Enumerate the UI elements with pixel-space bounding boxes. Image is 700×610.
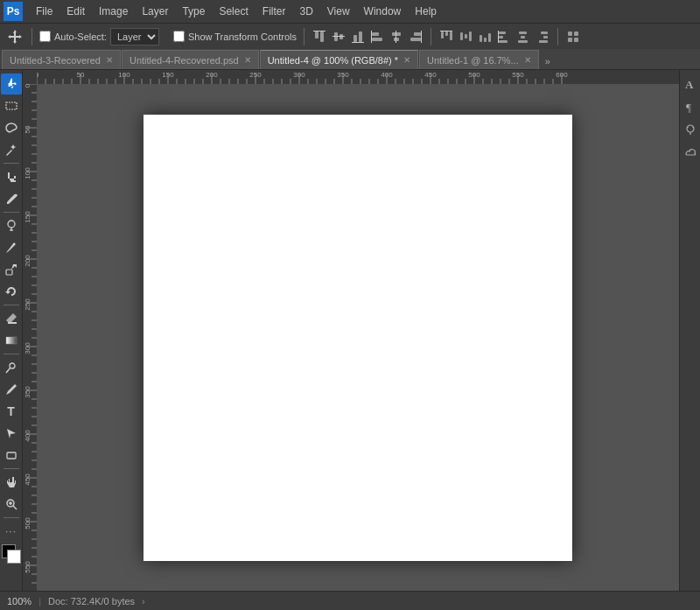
magic-wand-btn[interactable] bbox=[1, 139, 22, 160]
menu-edit[interactable]: Edit bbox=[60, 4, 91, 19]
tab-close-untitled4psd[interactable]: ✕ bbox=[244, 55, 251, 65]
shape-btn[interactable] bbox=[1, 445, 22, 466]
dodge-btn[interactable] bbox=[1, 357, 22, 378]
vertical-ruler bbox=[23, 84, 37, 591]
svg-rect-1 bbox=[320, 32, 324, 42]
zoom-btn[interactable] bbox=[1, 494, 22, 515]
svg-rect-8 bbox=[352, 42, 364, 43]
hand-btn[interactable] bbox=[1, 472, 22, 493]
eyedropper-btn[interactable] bbox=[1, 188, 22, 209]
transform-controls-label: Show Transform Controls bbox=[188, 32, 297, 42]
menu-file[interactable]: File bbox=[30, 4, 59, 19]
pen-btn[interactable] bbox=[1, 379, 22, 400]
svg-rect-7 bbox=[359, 32, 362, 42]
distribute-left-icon[interactable] bbox=[496, 29, 512, 45]
tab-close-untitled3[interactable]: ✕ bbox=[106, 55, 113, 65]
auto-select-group: Auto-Select: Layer bbox=[39, 28, 159, 46]
type-btn[interactable]: T bbox=[1, 401, 22, 422]
transform-controls-checkbox[interactable] bbox=[173, 31, 185, 42]
distribute-vcenter-icon[interactable] bbox=[458, 29, 473, 45]
tab-untitled1[interactable]: Untitled-1 @ 16.7%... ✕ bbox=[419, 50, 539, 69]
auto-select-checkbox[interactable] bbox=[39, 31, 51, 42]
align-bottom-icon[interactable] bbox=[350, 29, 366, 45]
tab-untitled4psd[interactable]: Untitled-4-Recovered.psd ✕ bbox=[122, 50, 259, 69]
tool-sep-1 bbox=[4, 163, 19, 164]
clone-stamp-btn[interactable] bbox=[1, 259, 22, 280]
menu-3d[interactable]: 3D bbox=[293, 4, 318, 19]
svg-rect-15 bbox=[414, 32, 421, 36]
svg-rect-18 bbox=[441, 32, 444, 39]
svg-text:A: A bbox=[685, 78, 694, 91]
tab-close-untitled1[interactable]: ✕ bbox=[524, 55, 531, 65]
tab-close-untitled4active[interactable]: ✕ bbox=[403, 55, 410, 65]
tab-untitled3[interactable]: Untitled-3-Recovered ✕ bbox=[2, 50, 121, 69]
align-right-icon[interactable] bbox=[408, 29, 424, 45]
svg-rect-17 bbox=[421, 31, 422, 43]
document-canvas bbox=[144, 115, 572, 561]
distribute-bottom-icon[interactable] bbox=[477, 29, 493, 45]
distribute-right-icon[interactable] bbox=[535, 29, 550, 45]
status-bar: 100% | Doc: 732.4K/0 bytes › bbox=[0, 591, 700, 610]
svg-rect-14 bbox=[396, 31, 396, 43]
menu-view[interactable]: View bbox=[321, 4, 356, 19]
background-color[interactable] bbox=[7, 550, 21, 564]
learn-btn[interactable] bbox=[682, 121, 699, 138]
more-options-icon[interactable] bbox=[565, 29, 581, 45]
tool-sep-5 bbox=[4, 468, 19, 469]
tab-label-untitled4psd: Untitled-4-Recovered.psd bbox=[130, 55, 239, 66]
tool-sep-6 bbox=[4, 517, 19, 518]
lasso-tool-btn[interactable] bbox=[1, 117, 22, 138]
marquee-tool-btn[interactable] bbox=[1, 95, 22, 116]
svg-rect-0 bbox=[315, 32, 318, 39]
horizontal-ruler bbox=[37, 70, 679, 84]
svg-rect-6 bbox=[354, 35, 357, 42]
svg-rect-46 bbox=[6, 270, 12, 275]
svg-rect-28 bbox=[499, 32, 506, 34]
menu-layer[interactable]: Layer bbox=[136, 4, 174, 19]
tab-label-untitled4active: Untitled-4 @ 100% (RGB/8#) * bbox=[268, 55, 398, 66]
svg-rect-39 bbox=[574, 32, 578, 36]
path-selection-btn[interactable] bbox=[1, 423, 22, 444]
svg-rect-35 bbox=[541, 32, 548, 34]
history-brush-btn[interactable] bbox=[1, 281, 22, 302]
tab-untitled4active[interactable]: Untitled-4 @ 100% (RGB/8#) * ✕ bbox=[260, 50, 418, 69]
status-arrow-btn[interactable]: › bbox=[142, 596, 145, 606]
color-picker[interactable] bbox=[2, 544, 21, 564]
main-layout: T bbox=[0, 70, 700, 591]
menu-image[interactable]: Image bbox=[93, 4, 134, 19]
menu-bar: Ps File Edit Image Layer Type Select Fil… bbox=[0, 0, 700, 23]
crop-tool-btn[interactable] bbox=[1, 166, 22, 187]
menu-help[interactable]: Help bbox=[409, 4, 443, 19]
auto-select-dropdown[interactable]: Layer bbox=[110, 28, 159, 46]
distribute-top-icon[interactable] bbox=[438, 29, 454, 45]
svg-line-58 bbox=[687, 127, 689, 128]
canvas-scroll-area[interactable] bbox=[37, 84, 679, 591]
move-tool-btn[interactable] bbox=[1, 74, 22, 95]
svg-rect-9 bbox=[372, 32, 379, 36]
svg-rect-19 bbox=[445, 32, 448, 36]
menu-select[interactable]: Select bbox=[213, 4, 254, 19]
svg-rect-20 bbox=[450, 32, 452, 40]
more-tools-btn[interactable]: ··· bbox=[1, 521, 22, 542]
character-panel-btn[interactable]: A bbox=[682, 75, 699, 93]
distribute-hcenter-icon[interactable] bbox=[515, 29, 531, 45]
eraser-btn[interactable] bbox=[1, 308, 22, 329]
align-hcenter-icon[interactable] bbox=[388, 29, 404, 45]
move-tool-options-icon bbox=[5, 27, 24, 46]
brush-tool-btn[interactable] bbox=[1, 237, 22, 258]
tabs-overflow-button[interactable]: » bbox=[540, 53, 556, 69]
menu-filter[interactable]: Filter bbox=[256, 4, 292, 19]
svg-rect-37 bbox=[539, 40, 548, 43]
align-left-icon[interactable] bbox=[369, 29, 385, 45]
svg-rect-24 bbox=[469, 32, 472, 41]
menu-type[interactable]: Type bbox=[176, 4, 211, 19]
align-vcenter-icon[interactable] bbox=[331, 29, 346, 45]
options-separator-3 bbox=[430, 28, 431, 46]
gradient-btn[interactable] bbox=[1, 330, 22, 351]
healing-brush-btn[interactable] bbox=[1, 215, 22, 236]
align-top-icon[interactable] bbox=[312, 29, 327, 45]
creative-cloud-btn[interactable] bbox=[682, 144, 699, 161]
menu-window[interactable]: Window bbox=[358, 4, 408, 19]
paragraph-panel-btn[interactable]: ¶ bbox=[682, 98, 699, 116]
ps-logo: Ps bbox=[4, 2, 23, 21]
